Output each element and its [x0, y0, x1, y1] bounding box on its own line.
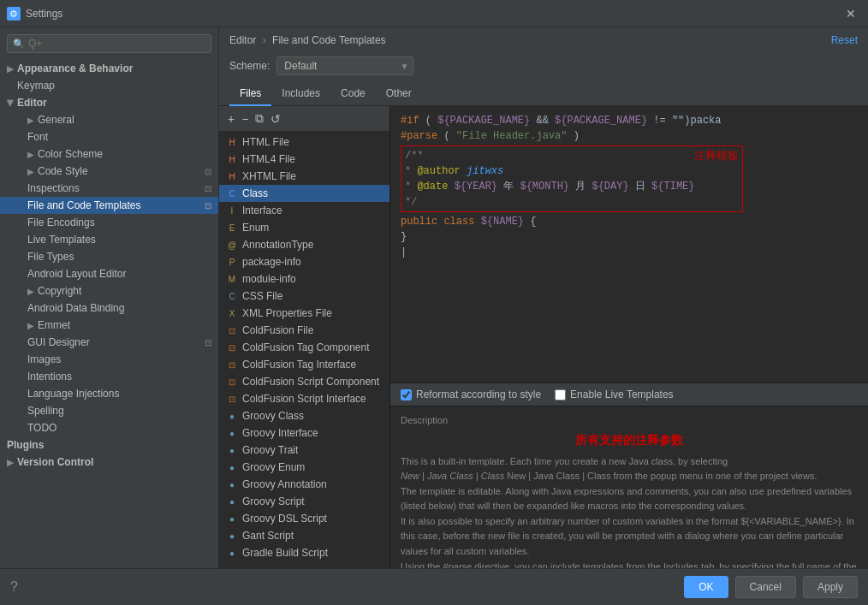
file-item-label: ColdFusion Tag Interface [242, 359, 356, 371]
breadcrumb-bar: Editor › File and Code Templates Reset [219, 27, 868, 53]
sidebar-item-spelling[interactable]: Spelling [0, 402, 218, 419]
reformat-checkbox[interactable] [401, 389, 412, 400]
html-icon: H [226, 170, 238, 182]
file-item-html4[interactable]: H HTML4 File [219, 151, 389, 168]
file-item-groovyanno[interactable]: ● Groovy Annotation [219, 476, 389, 493]
sidebar-item-appearance[interactable]: ▶ Appearance & Behavior [0, 60, 218, 77]
live-templates-checkbox[interactable] [555, 389, 566, 400]
sidebar-item-live-templates[interactable]: Live Templates [0, 231, 218, 248]
file-item-html[interactable]: H HTML File [219, 133, 389, 151]
sidebar-item-version-control[interactable]: ▶ Version Control [0, 454, 218, 471]
tab-bar: Files Includes Code Other [219, 82, 868, 106]
remove-button[interactable]: − [238, 110, 252, 128]
tab-other[interactable]: Other [376, 82, 422, 106]
java-icon: M [226, 273, 238, 285]
file-item-label: Interface [242, 205, 282, 216]
sidebar-item-emmet[interactable]: ▶ Emmet [0, 317, 218, 334]
sidebar-item-lang-injections[interactable]: Language Injections [0, 385, 218, 402]
file-item-groovydsl[interactable]: ● Groovy DSL Script [219, 510, 389, 527]
file-item-css[interactable]: C CSS File [219, 288, 389, 305]
file-item-label: ColdFusion Tag Component [242, 341, 370, 353]
code-line-7: public class ${NAME} { [401, 214, 858, 229]
sidebar-item-file-code-templates[interactable]: File and Code Templates ⊡ [0, 197, 218, 214]
arrow-icon: ▶ [27, 150, 34, 159]
file-item-enum[interactable]: E Enum [219, 219, 389, 236]
file-item-gradle[interactable]: ● Gradle Build Script [219, 544, 389, 561]
search-input[interactable] [28, 38, 205, 50]
breadcrumb: Editor › File and Code Templates [229, 34, 386, 46]
reformat-checkbox-label[interactable]: Reformat according to style [401, 389, 541, 400]
apply-button[interactable]: Apply [803, 576, 858, 598]
sidebar-item-android-data[interactable]: Android Data Binding [0, 300, 218, 317]
file-item-cfscript[interactable]: ⊡ ColdFusion Script Component [219, 373, 389, 390]
code-line-5: * @date ${YEAR} 年 ${MONTH} 月 ${DAY} 日 ${… [405, 179, 739, 194]
sidebar-item-intentions[interactable]: Intentions [0, 368, 218, 385]
file-item-annotation[interactable]: @ AnnotationType [219, 236, 389, 253]
app-icon: ⚙ [7, 7, 21, 21]
reformat-row: Reformat according to style Enable Live … [390, 383, 868, 406]
arrow-icon: ▶ [7, 458, 14, 467]
file-item-groovyif[interactable]: ● Groovy Interface [219, 424, 389, 442]
reset-list-button[interactable]: ↺ [267, 110, 284, 128]
ok-button[interactable]: OK [684, 576, 728, 598]
breadcrumb-parent: Editor [229, 34, 256, 46]
sidebar-item-todo[interactable]: TODO [0, 419, 218, 436]
file-item-xhtml[interactable]: H XHTML File [219, 168, 389, 185]
tab-files[interactable]: Files [229, 82, 271, 106]
sidebar-item-file-types[interactable]: File Types [0, 248, 218, 265]
file-item-groovyenum[interactable]: ● Groovy Enum [219, 459, 389, 476]
sidebar-item-inspections[interactable]: Inspections ⊡ [0, 180, 218, 197]
file-item-groovyclass[interactable]: ● Groovy Class [219, 407, 389, 424]
description-label: Description [401, 413, 858, 428]
file-item-label: Groovy Class [242, 410, 304, 422]
sidebar-item-copyright[interactable]: ▶ Copyright [0, 282, 218, 300]
arrow-icon: ▶ [27, 167, 34, 176]
tab-code[interactable]: Code [330, 82, 376, 106]
java-icon: I [226, 205, 238, 216]
file-item-groovytrait[interactable]: ● Groovy Trait [219, 442, 389, 459]
file-item-cftagif[interactable]: ⊡ ColdFusion Tag Interface [219, 356, 389, 373]
groovy-icon: ● [226, 444, 238, 456]
copy-button[interactable]: ⧉ [252, 110, 267, 128]
file-item-interface[interactable]: I Interface [219, 202, 389, 219]
close-button[interactable]: ✕ [841, 5, 861, 22]
file-item-label: ColdFusion Script Interface [242, 393, 366, 405]
sidebar-item-editor[interactable]: ▶ Editor [0, 94, 218, 111]
sidebar-item-plugins[interactable]: Plugins [0, 436, 218, 454]
tab-includes[interactable]: Includes [271, 82, 330, 106]
file-item-cftag[interactable]: ⊡ ColdFusion Tag Component [219, 339, 389, 356]
sidebar-item-keymap[interactable]: Keymap [0, 77, 218, 94]
sidebar-item-code-style[interactable]: ▶ Code Style ⊡ [0, 163, 218, 180]
cancel-button[interactable]: Cancel [735, 576, 796, 598]
file-item-module[interactable]: M module-info [219, 270, 389, 288]
cf-icon: ⊡ [226, 376, 238, 388]
sidebar-item-android-layout[interactable]: Android Layout Editor [0, 265, 218, 282]
live-templates-checkbox-label[interactable]: Enable Live Templates [555, 389, 674, 400]
file-item-coldfusion[interactable]: ⊡ ColdFusion File [219, 322, 389, 339]
file-item-package[interactable]: P package-info [219, 253, 389, 270]
help-icon[interactable]: ? [10, 579, 18, 595]
code-editor[interactable]: #if ( ${PACKAGE_NAME} && ${PACKAGE_NAME}… [390, 106, 868, 383]
sidebar-item-file-encodings[interactable]: File Encodings [0, 214, 218, 231]
file-item-xml[interactable]: X XML Properties File [219, 305, 389, 322]
reset-button[interactable]: Reset [831, 34, 858, 46]
sidebar-item-color-scheme[interactable]: ▶ Color Scheme [0, 145, 218, 163]
sidebar-item-general[interactable]: ▶ General [0, 111, 218, 128]
sidebar-item-font[interactable]: Font [0, 128, 218, 145]
search-box[interactable]: 🔍 [7, 34, 211, 53]
code-panel: #if ( ${PACKAGE_NAME} && ${PACKAGE_NAME}… [390, 106, 868, 568]
scheme-select[interactable]: Default [276, 56, 413, 75]
scheme-dropdown-wrapper: Default ▼ [276, 56, 413, 75]
add-button[interactable]: + [224, 110, 238, 128]
annotation-box: 注释模板 /** * @author jitwxs * @date [401, 145, 743, 212]
file-item-label: CSS File [242, 290, 282, 302]
description-chinese-title: 所有支持的注释参数 [401, 431, 858, 449]
file-item-groovyscript[interactable]: ● Groovy Script [219, 493, 389, 510]
groovy-icon: ● [226, 495, 238, 507]
sidebar-item-gui-designer[interactable]: GUI Designer ⊡ [0, 334, 218, 351]
sidebar-item-images[interactable]: Images [0, 351, 218, 368]
arrow-icon: ▶ [6, 99, 15, 106]
file-item-class[interactable]: C Class [219, 185, 389, 202]
file-item-cfscriptif[interactable]: ⊡ ColdFusion Script Interface [219, 390, 389, 407]
file-item-gant[interactable]: ● Gant Script [219, 527, 389, 544]
